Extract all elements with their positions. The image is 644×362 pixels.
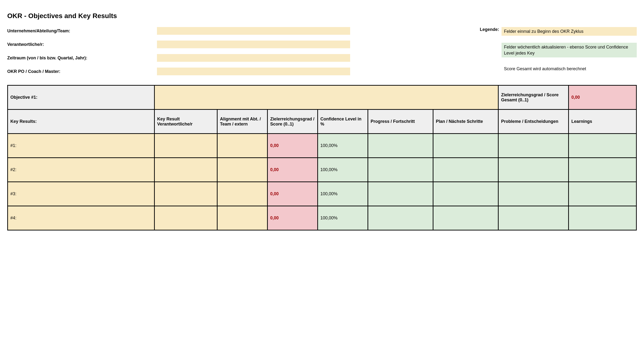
confidence-cell[interactable]: 100,00%: [318, 182, 368, 206]
header-confidence: Confidence Level in %: [318, 110, 368, 134]
header-kr-owner: Key Result Verantwortliche/r: [154, 110, 217, 134]
kr-label-cell[interactable]: #2:: [8, 158, 154, 182]
meta-label-responsible: Verantwortliche/r:: [7, 42, 157, 47]
progress-cell[interactable]: [368, 134, 433, 158]
score-cell[interactable]: 0,00: [267, 182, 318, 206]
table-row: #1: 0,00 100,00%: [8, 134, 636, 158]
kr-owner-cell[interactable]: [154, 158, 217, 182]
kr-owner-cell[interactable]: [154, 182, 217, 206]
meta-label-period: Zeitraum (von / bis bzw. Quartal, Jahr):: [7, 55, 157, 60]
okr-table: Objective #1: Zielerreichungsgrad / Scor…: [7, 85, 637, 231]
kr-label-cell[interactable]: #1:: [8, 134, 154, 158]
legend-block: Legende: Felder einmal zu Beginn des OKR…: [465, 27, 637, 75]
meta-label-coach: OKR PO / Coach / Master:: [7, 69, 157, 74]
objective-value-cell[interactable]: [154, 85, 498, 110]
alignment-cell[interactable]: [217, 134, 267, 158]
score-total-label-cell: Zielerreichungsgrad / Score Gesamt (0..1…: [498, 85, 569, 110]
score-cell[interactable]: 0,00: [267, 134, 318, 158]
plan-cell[interactable]: [433, 134, 498, 158]
header-problems: Probleme / Entscheidungen: [498, 110, 569, 134]
learnings-cell[interactable]: [569, 206, 636, 230]
problems-cell[interactable]: [498, 182, 569, 206]
table-row: #3: 0,00 100,00%: [8, 182, 636, 206]
problems-cell[interactable]: [498, 206, 569, 230]
header-score: Zielerreichungsgrad / Score (0..1): [267, 110, 318, 134]
objective-label-cell: Objective #1:: [8, 85, 154, 110]
header-row: Key Results: Key Result Verantwortliche/…: [8, 110, 636, 134]
legend-item-yellow: Felder einmal zu Beginn des OKR Zyklus: [502, 27, 637, 36]
learnings-cell[interactable]: [569, 158, 636, 182]
alignment-cell[interactable]: [217, 206, 267, 230]
progress-cell[interactable]: [368, 158, 433, 182]
legend-item-green: Felder wöchentlich aktualisieren - ebens…: [502, 43, 637, 57]
alignment-cell[interactable]: [217, 182, 267, 206]
table-row: #2: 0,00 100,00%: [8, 158, 636, 182]
score-cell[interactable]: 0,00: [267, 206, 318, 230]
meta-block: Unternehmen/Abteilung/Team: Verantwortli…: [7, 27, 350, 75]
confidence-cell[interactable]: 100,00%: [318, 206, 368, 230]
alignment-cell[interactable]: [217, 158, 267, 182]
plan-cell[interactable]: [433, 206, 498, 230]
score-total-value-cell: 0,00: [569, 85, 636, 110]
plan-cell[interactable]: [433, 182, 498, 206]
plan-cell[interactable]: [433, 158, 498, 182]
kr-owner-cell[interactable]: [154, 206, 217, 230]
progress-cell[interactable]: [368, 206, 433, 230]
meta-label-company: Unternehmen/Abteilung/Team:: [7, 28, 157, 33]
header-plan: Plan / Nächste Schritte: [433, 110, 498, 134]
progress-cell[interactable]: [368, 182, 433, 206]
learnings-cell[interactable]: [569, 134, 636, 158]
header-progress: Progress / Fortschritt: [368, 110, 433, 134]
confidence-cell[interactable]: 100,00%: [318, 158, 368, 182]
problems-cell[interactable]: [498, 158, 569, 182]
problems-cell[interactable]: [498, 134, 569, 158]
company-field[interactable]: [157, 27, 350, 35]
table-row: #4: 0,00 100,00%: [8, 206, 636, 230]
kr-owner-cell[interactable]: [154, 134, 217, 158]
top-section: Unternehmen/Abteilung/Team: Verantwortli…: [7, 27, 637, 75]
header-learnings: Learnings: [569, 110, 636, 134]
objective-row: Objective #1: Zielerreichungsgrad / Scor…: [8, 85, 636, 110]
responsible-field[interactable]: [157, 40, 350, 48]
learnings-cell[interactable]: [569, 182, 636, 206]
confidence-cell[interactable]: 100,00%: [318, 134, 368, 158]
legend-label: Legende:: [465, 27, 502, 32]
header-key-results: Key Results:: [8, 110, 154, 134]
header-alignment: Alignment mit Abt. / Team / extern: [217, 110, 267, 134]
period-field[interactable]: [157, 54, 350, 62]
legend-item-plain: Score Gesamt wird automatisch berechnet: [502, 64, 637, 73]
responsible-label-text: Verantwortliche/r:: [7, 42, 44, 47]
kr-label-cell[interactable]: #4:: [8, 206, 154, 230]
score-cell[interactable]: 0,00: [267, 158, 318, 182]
kr-label-cell[interactable]: #3:: [8, 182, 154, 206]
page-title: OKR - Objectives and Key Results: [7, 12, 637, 20]
coach-field[interactable]: [157, 67, 350, 75]
